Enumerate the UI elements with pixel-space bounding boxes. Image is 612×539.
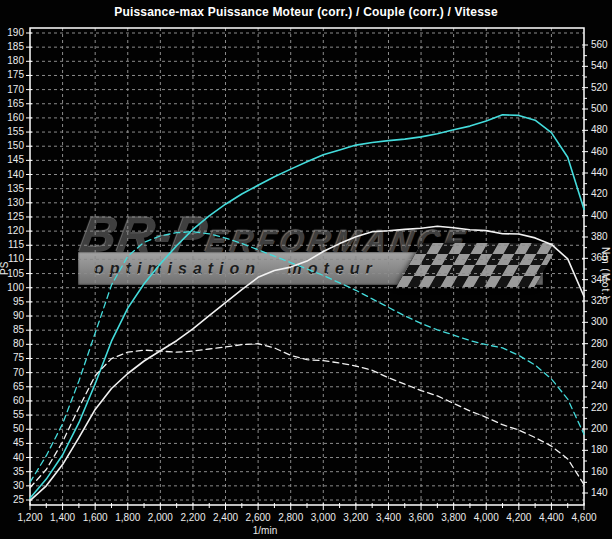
right-axis-tick-label: 500 — [591, 103, 608, 114]
plot-frame — [30, 28, 584, 505]
x-axis-tick-label: 3,600 — [409, 512, 434, 523]
x-axis-tick-label: 2,800 — [278, 512, 303, 523]
x-axis-tick-label: 2,200 — [180, 512, 205, 523]
right-axis-tick-label: 260 — [591, 359, 608, 370]
x-axis-tick-label: 1,400 — [50, 512, 75, 523]
right-axis-tick-label: 480 — [591, 124, 608, 135]
right-axis-tick-label: 140 — [591, 487, 608, 498]
right-axis-tick-label: 220 — [591, 402, 608, 413]
left-axis-tick-label: 155 — [7, 126, 24, 137]
curve-couple-corr-optimise — [30, 232, 584, 483]
right-axis-tick-label: 540 — [591, 60, 608, 71]
right-axis-tick-label: 180 — [591, 444, 608, 455]
left-axis-tick-label: 70 — [13, 367, 25, 378]
right-axis-tick-label: 280 — [591, 338, 608, 349]
x-axis-tick-label: 4,600 — [571, 512, 596, 523]
x-axis-tick-label: 1,800 — [115, 512, 140, 523]
left-axis-tick-label: 50 — [13, 423, 25, 434]
right-axis-tick-label: 400 — [591, 210, 608, 221]
left-axis-tick-label: 190 — [7, 27, 24, 38]
left-axis-tick-label: 150 — [7, 140, 24, 151]
x-axis-tick-label: 2,600 — [246, 512, 271, 523]
left-axis-tick-label: 85 — [13, 324, 25, 335]
right-axis-tick-label: 420 — [591, 188, 608, 199]
left-axis-tick-label: 180 — [7, 55, 24, 66]
x-axis-tick-label: 1,600 — [83, 512, 108, 523]
left-axis-tick-label: 165 — [7, 98, 24, 109]
right-axis-tick-label: 440 — [591, 167, 608, 178]
left-axis-tick-label: 45 — [13, 437, 25, 448]
x-axis-tick-label: 2,400 — [213, 512, 238, 523]
left-axis-tick-label: 170 — [7, 84, 24, 95]
left-axis-tick-label: 160 — [7, 112, 24, 123]
dyno-chart-window: Puissance-max Puissance Moteur (corr.) /… — [0, 0, 612, 539]
x-axis-tick-label: 4,000 — [474, 512, 499, 523]
right-axis-tick-label: 200 — [591, 423, 608, 434]
left-axis-tick-label: 65 — [13, 381, 25, 392]
right-axis-tick-label: 240 — [591, 380, 608, 391]
right-axis-tick-label: 560 — [591, 39, 608, 50]
left-axis-tick-label: 185 — [7, 41, 24, 52]
left-axis-tick-label: 125 — [7, 211, 24, 222]
x-axis-tick-label: 4,200 — [506, 512, 531, 523]
left-axis-tick-label: 80 — [13, 338, 25, 349]
x-axis-tick-label: 3,200 — [343, 512, 368, 523]
right-axis-tick-label: 520 — [591, 82, 608, 93]
left-axis-tick-label: 130 — [7, 197, 24, 208]
right-axis-tick-label: 160 — [591, 466, 608, 477]
left-axis-tick-label: 145 — [7, 154, 24, 165]
left-axis-tick-label: 75 — [13, 352, 25, 363]
x-axis-tick-label: 3,400 — [376, 512, 401, 523]
left-axis-tick-label: 25 — [13, 494, 25, 505]
left-axis-tick-label: 140 — [7, 169, 24, 180]
left-axis-title: PS — [0, 248, 15, 288]
curve-puissance-moteur-corr-optimisee — [30, 115, 584, 499]
left-axis-tick-label: 175 — [7, 69, 24, 80]
chart-title: Puissance-max Puissance Moteur (corr.) /… — [0, 5, 612, 19]
x-axis-tick-label: 1,200 — [17, 512, 42, 523]
x-axis-tick-label: 2,000 — [148, 512, 173, 523]
left-axis-tick-label: 95 — [13, 296, 25, 307]
x-axis-tick-label: 4,400 — [539, 512, 564, 523]
left-axis-tick-label: 120 — [7, 225, 24, 236]
left-axis-tick-label: 30 — [13, 480, 25, 491]
left-axis-tick-label: 60 — [13, 395, 25, 406]
x-axis-tick-label: 3,000 — [311, 512, 336, 523]
left-axis-tick-label: 55 — [13, 409, 25, 420]
x-axis-title: 1/min — [205, 525, 325, 536]
left-axis-tick-label: 35 — [13, 466, 25, 477]
plot-area: 1901851801751701651601551501451401351301… — [0, 0, 612, 539]
right-axis-title: Nm (Mot.) — [595, 224, 611, 324]
left-axis-tick-label: 135 — [7, 183, 24, 194]
x-axis-tick-label: 3,800 — [441, 512, 466, 523]
curve-puissance-moteur-corr-origine — [30, 226, 584, 500]
right-axis-tick-label: 460 — [591, 146, 608, 157]
curve-couple-corr-origine — [30, 344, 584, 488]
left-axis-tick-label: 40 — [13, 452, 25, 463]
left-axis-tick-label: 90 — [13, 310, 25, 321]
